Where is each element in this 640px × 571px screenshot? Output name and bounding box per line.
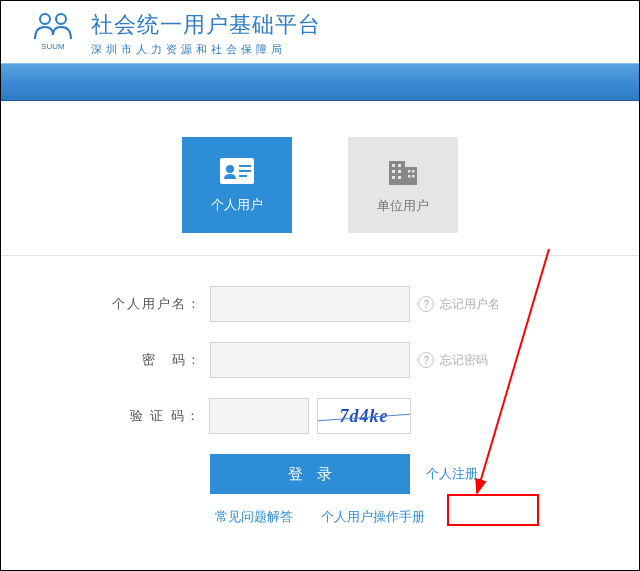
question-icon: ?	[418, 352, 434, 368]
svg-rect-8	[405, 167, 417, 185]
svg-point-3	[226, 165, 234, 173]
svg-rect-10	[398, 164, 401, 167]
password-input[interactable]	[210, 342, 410, 378]
tab-org-user[interactable]: 单位用户	[348, 137, 458, 233]
login-form: 个人用户名： ? 忘记用户名 密 码： ? 忘记密码 验 证 码： 7d4ke …	[1, 256, 639, 526]
page-title: 社会统一用户基础平台	[91, 10, 321, 40]
password-label: 密 码：	[112, 351, 202, 369]
svg-rect-11	[392, 170, 395, 173]
question-icon: ?	[418, 296, 434, 312]
tab-personal-user[interactable]: 个人用户	[182, 137, 292, 233]
page-subtitle: 深圳市人力资源和社会保障局	[91, 42, 321, 57]
svg-rect-16	[412, 170, 415, 173]
svg-rect-6	[239, 175, 247, 177]
nav-bar	[1, 63, 639, 101]
personal-register-link[interactable]: 个人注册	[418, 465, 528, 483]
manual-link[interactable]: 个人用户操作手册	[321, 509, 425, 524]
forgot-password-link[interactable]: ? 忘记密码	[418, 352, 528, 369]
svg-point-1	[56, 14, 66, 24]
page-header: SUUM 社会统一用户基础平台 深圳市人力资源和社会保障局	[1, 1, 639, 63]
forgot-username-link[interactable]: ? 忘记用户名	[418, 296, 528, 313]
svg-rect-18	[412, 175, 415, 178]
user-type-tabs: 个人用户 单位用户	[1, 101, 639, 256]
login-button[interactable]: 登录	[210, 454, 410, 494]
logo-sub-text: SUUM	[41, 42, 65, 51]
svg-rect-12	[398, 170, 401, 173]
building-icon	[385, 155, 421, 187]
svg-rect-14	[398, 176, 401, 179]
footer-links: 常见问题解答 个人用户操作手册	[1, 508, 639, 526]
username-input[interactable]	[210, 286, 410, 322]
faq-link[interactable]: 常见问题解答	[215, 509, 293, 524]
captcha-label: 验 证 码：	[111, 407, 201, 425]
svg-rect-5	[239, 170, 251, 172]
svg-rect-9	[392, 164, 395, 167]
svg-point-0	[40, 14, 50, 24]
svg-rect-4	[239, 165, 251, 167]
svg-rect-17	[408, 175, 411, 178]
tab-personal-label: 个人用户	[211, 196, 263, 214]
tab-org-label: 单位用户	[377, 197, 429, 215]
svg-rect-13	[392, 176, 395, 179]
captcha-input[interactable]	[209, 398, 309, 434]
captcha-image[interactable]: 7d4ke	[317, 398, 411, 434]
username-label: 个人用户名：	[112, 295, 202, 313]
id-card-icon	[218, 156, 256, 186]
svg-rect-7	[389, 161, 405, 185]
logo-icon: SUUM	[29, 9, 77, 57]
svg-rect-15	[408, 170, 411, 173]
